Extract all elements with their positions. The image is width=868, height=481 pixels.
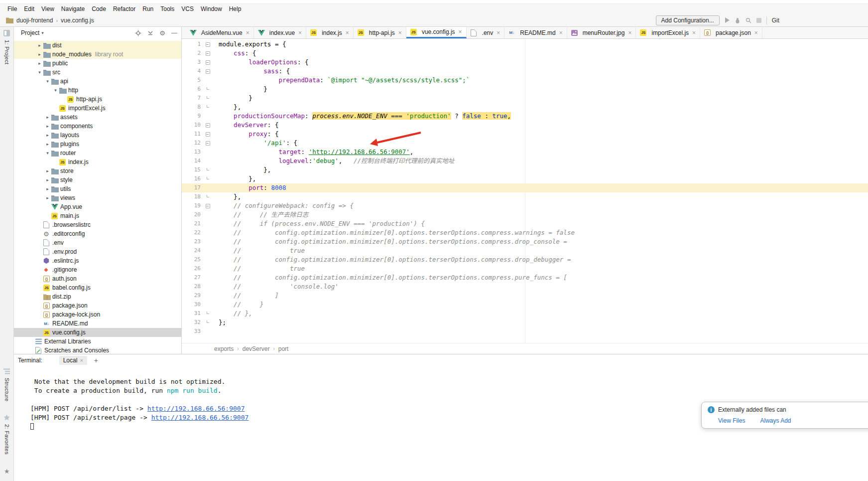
stripe-item-1-project[interactable]: 1: Project [3,30,10,64]
fold-column[interactable]: − [204,67,212,76]
tree-item-importexcel-js[interactable]: JSimportExcel.js [14,104,181,113]
add-configuration-button[interactable]: Add Configuration... [656,15,720,25]
code-link[interactable]: 'http://192.168.66.56:9007' [309,148,410,156]
menu-item-help[interactable]: Help [226,4,245,14]
breadcrumb-project[interactable]: duoji-frontend [16,17,53,24]
project-panel-title[interactable]: Project [21,29,39,36]
close-icon[interactable]: × [346,29,349,36]
settings-gear-icon[interactable]: ⚙ [159,30,165,36]
always-add-link[interactable]: Always Add [760,417,791,424]
menu-item-navigate[interactable]: Navigate [58,4,88,14]
search-icon[interactable] [745,17,751,23]
tree-item-views[interactable]: ▸views [14,193,181,202]
tree-item-components[interactable]: ▸components [14,122,181,131]
fold-marker-icon[interactable]: − [206,204,210,208]
menu-item-file[interactable]: File [4,4,20,14]
locate-file-icon[interactable] [135,30,141,36]
view-files-link[interactable]: View Files [718,417,745,424]
tree-item-public[interactable]: ▸public [14,59,181,68]
tree-item-dist[interactable]: ▸dist [14,41,181,50]
tab-http-api-js[interactable]: JShttp-api.js× [354,27,406,38]
tab-env[interactable]: .env× [467,27,505,38]
menu-item-refactor[interactable]: Refactor [110,4,139,14]
fold-marker-icon[interactable]: − [206,51,210,56]
close-icon[interactable]: × [692,29,696,36]
tree-item-babel-config-js[interactable]: JSbabel.config.js [14,283,181,292]
fold-marker-icon[interactable]: − [206,42,210,47]
git-label[interactable]: Git [772,17,779,24]
fold-end-icon[interactable] [207,321,209,323]
tab-index-js[interactable]: JSindex.js× [306,27,354,38]
close-icon[interactable]: × [628,29,631,36]
code-editor[interactable]: 1−module.exports = {2− css: {3− loaderOp… [182,39,868,343]
tree-item-assets[interactable]: ▸assets [14,113,181,122]
tab-package-json[interactable]: {}package.json× [700,27,762,38]
menu-item-window[interactable]: Window [197,4,226,14]
chevron-down-icon[interactable]: ▾ [44,151,51,156]
close-icon[interactable]: × [246,29,249,36]
tree-item-utils[interactable]: ▸utils [14,184,181,193]
close-icon[interactable]: × [559,29,563,36]
tab-importexcel-js[interactable]: JSimportExcel.js× [636,27,700,38]
tab-readme-md[interactable]: M↓README.md× [504,27,567,38]
tab-menurouter-jpg[interactable]: menuRouter.jpg× [567,27,636,38]
fold-marker-icon[interactable]: − [206,123,210,128]
terminal-link[interactable]: http://192.168.66.56:9007 [151,414,249,421]
chevron-right-icon[interactable]: ▸ [36,52,43,57]
fold-end-icon[interactable] [207,168,209,170]
tree-item-style[interactable]: ▸style [14,175,181,184]
tree-item-router[interactable]: ▾router [14,149,181,158]
tree-item-store[interactable]: ▸store [14,166,181,175]
terminal-tab-local[interactable]: Local × [59,356,87,365]
close-icon[interactable]: × [398,29,402,36]
fold-marker-icon[interactable]: − [206,132,210,137]
chevron-right-icon[interactable]: ▸ [44,186,51,191]
stop-icon[interactable] [756,18,761,23]
tree-item-auth-json[interactable]: {}auth.json [14,274,181,283]
menu-item-vcs[interactable]: VCS [178,4,197,14]
tab-index-vue[interactable]: index.vue× [254,27,306,38]
chevron-right-icon[interactable]: ▸ [36,61,43,66]
tree-item-editorconfig[interactable]: ⚙.editorconfig [14,229,181,238]
close-icon[interactable]: × [496,29,500,36]
stripe-item-structure[interactable]: Structure [3,368,10,401]
chevron-right-icon[interactable]: ▸ [44,142,51,147]
terminal-link[interactable]: http://192.168.66.56:9007 [147,405,245,412]
run-icon[interactable] [725,17,730,23]
tree-item-env[interactable]: .env [14,238,181,247]
fold-end-icon[interactable] [207,312,209,314]
tree-item-main-js[interactable]: JSmain.js [14,211,181,220]
fold-column[interactable]: − [204,201,212,210]
tree-item-index-js[interactable]: JSindex.js [14,158,181,166]
chevron-right-icon[interactable]: ▸ [44,168,51,173]
fold-column[interactable]: − [204,58,212,67]
close-icon[interactable]: × [459,28,462,35]
tree-item-dist-zip[interactable]: dist.zip [14,292,181,301]
chevron-right-icon[interactable]: ▸ [44,115,51,120]
tree-item-env-prod[interactable]: .env.prod [14,247,181,256]
breadcrumb-exports[interactable]: exports [214,345,234,352]
collapse-all-icon[interactable] [147,30,153,36]
tab-asidemenu-vue[interactable]: AsideMenu.vue× [186,27,254,38]
tree-item-src[interactable]: ▾src [14,68,181,77]
chevron-right-icon[interactable]: ▸ [44,177,51,182]
tree-item-eslintrc-js[interactable]: .eslintrc.js [14,256,181,265]
menu-item-view[interactable]: View [38,4,58,14]
menu-item-tools[interactable]: Tools [157,4,178,14]
menu-item-run[interactable]: Run [139,4,157,14]
tree-item-http[interactable]: ▾http [14,86,181,95]
breadcrumb-devserver[interactable]: devServer [243,345,270,352]
fold-marker-icon[interactable]: − [206,60,210,65]
tree-item-vue-config-js[interactable]: JSvue.config.js [14,328,181,337]
fold-marker-icon[interactable]: − [206,69,210,74]
breadcrumb-file[interactable]: vue.config.js [61,17,94,24]
chevron-down-icon[interactable]: ▾ [52,88,59,93]
fold-column[interactable]: − [204,121,212,130]
close-icon[interactable]: × [298,29,302,36]
chevron-down-icon[interactable]: ▾ [44,79,51,84]
fold-column[interactable]: − [204,139,212,148]
hide-panel-icon[interactable]: ― [171,29,177,36]
stripe-item-2-favorites[interactable]: 2: Favorites [3,414,10,455]
tree-item-gitignore[interactable]: .gitignore [14,265,181,274]
tree-item-readme-md[interactable]: M↓README.md [14,319,181,328]
